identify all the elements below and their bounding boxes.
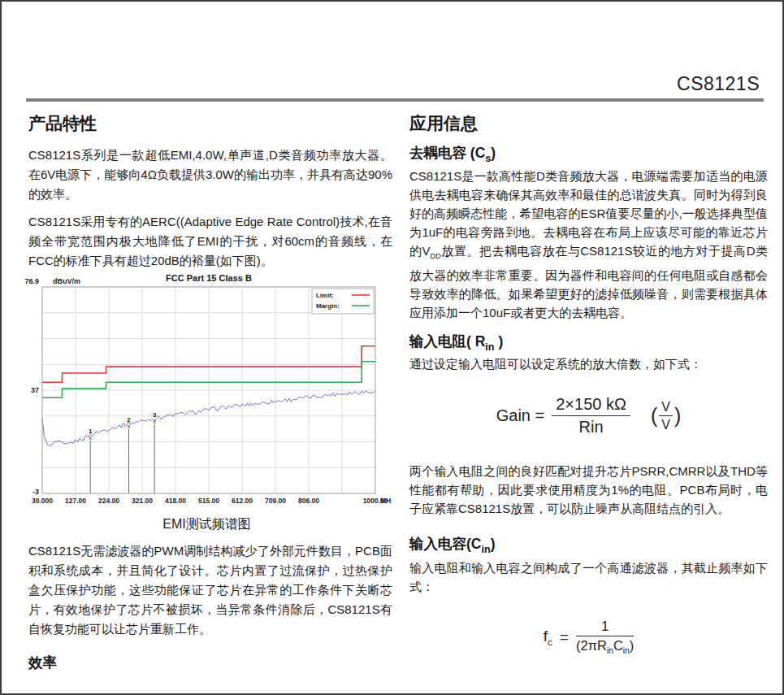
fc-formula-equals: = [560, 628, 569, 646]
legend-label: Limit: [316, 292, 334, 299]
open-paren: ( [651, 404, 657, 428]
emi-chart: x1x2x3FCC Part 15 Class B76.9dBuV/m37-33… [22, 272, 392, 516]
x-axis-unit-label: MHz [380, 497, 392, 505]
gain-formula-numerator: 2×150 kΩ [552, 394, 630, 416]
x-tick-label: 709.00 [265, 497, 286, 505]
fc-formula-numerator: 1 [576, 618, 634, 636]
features-section-title: 产品特性 [28, 112, 392, 135]
x-tick-label: 127.00 [65, 497, 86, 505]
unit-numerator: V [659, 399, 673, 416]
features-paragraph-1: CS8121S系列是一款超低EMI,4.0W,单声道,D类音频功率放大器。在6V… [28, 146, 392, 204]
input-capacitor-heading: 输入电容(Cin) [409, 534, 768, 555]
cutoff-frequency-formula: fc = 1 (2πRinCin) [409, 618, 768, 657]
gain-formula-fraction: 2×150 kΩ Rin [552, 394, 630, 437]
decoupling-cap-heading: 去耦电容 (Cs) [409, 143, 768, 164]
input-resistor-heading: 输入电阻( Rin ) [409, 332, 768, 353]
unit-denominator: V [661, 416, 670, 433]
legend-label: Margin: [316, 302, 340, 310]
datasheet-page: CS8121S 产品特性 CS8121S系列是一款超低EMI,4.0W,单声道,… [0, 0, 784, 695]
features-paragraph-2: CS8121S采用专有的AERC((Adaptive Edge Rate Con… [28, 212, 392, 271]
left-column: 产品特性 CS8121S系列是一款超低EMI,4.0W,单声道,D类音频功率放大… [28, 112, 392, 672]
peak-marker-number: 2 [127, 416, 131, 424]
y-axis-min-label: -3 [32, 488, 39, 496]
x-tick-label: 30.000 [32, 497, 53, 505]
decoupling-cap-paragraph: CS8121S是一款高性能D类音频放大器，电源端需要加适当的电源供电去耦电容来确… [409, 167, 768, 322]
peak-marker-x: x [153, 418, 156, 425]
features-paragraph-3: CS8121S无需滤波器的PWM调制结构减少了外部元件数目，PCB面积和系统成本… [28, 541, 392, 639]
input-capacitor-intro: 输入电阻和输入电容之间构成了一个高通滤波器，其截止频率如下式： [409, 558, 768, 596]
doc-title: CS8121S [677, 73, 760, 95]
application-section-title: 应用信息 [409, 112, 768, 135]
x-tick-label: 224.00 [98, 497, 119, 505]
input-resistor-intro: 通过设定输入电阻可以设定系统的放大倍数，如下式： [409, 354, 768, 373]
peak-marker-x: x [89, 434, 92, 441]
x-tick-label: 418.00 [165, 497, 186, 505]
volts-per-volt-fraction: V V [659, 399, 673, 433]
y-axis-unit-label: dBuV/m [53, 277, 80, 285]
right-column: 应用信息 去耦电容 (Cs) CS8121S是一款高性能D类音频放大器，电源端需… [409, 112, 768, 657]
efficiency-heading: 效率 [28, 653, 392, 672]
resistor-matching-paragraph: 两个输入电阻之间的良好匹配对提升芯片PSRR,CMRR以及THD等性能都有帮助，… [409, 462, 768, 518]
gain-formula-lhs: Gain = [496, 406, 544, 425]
x-tick-label: 806.00 [298, 497, 319, 505]
x-tick-label: 321.00 [132, 497, 153, 505]
emi-chart-svg: x1x2x3FCC Part 15 Class B76.9dBuV/m37-33… [22, 272, 392, 513]
peak-marker-number: 1 [89, 428, 93, 435]
gain-formula-unit: ( V V ) [651, 399, 681, 433]
peak-marker-x: x [128, 423, 131, 430]
header-rule [26, 98, 764, 102]
chart-caption: EMI测试频谱图 [22, 516, 392, 533]
y-axis-mid-label: 37 [31, 386, 39, 394]
y-axis-max-label: 76.9 [24, 277, 39, 285]
peak-marker-number: 3 [153, 411, 157, 419]
fc-formula-denominator: (2πRinCin) [576, 636, 634, 657]
gain-formula-denominator: Rin [579, 416, 604, 437]
x-tick-label: 515.00 [198, 497, 219, 505]
close-paren: ) [674, 404, 681, 428]
x-tick-label: 612.00 [232, 497, 253, 505]
fc-formula-fraction: 1 (2πRinCin) [576, 618, 634, 657]
chart-title: FCC Part 15 Class B [166, 273, 252, 283]
gain-formula: Gain = 2×150 kΩ Rin ( V V ) [409, 394, 768, 437]
fc-formula-lhs: fc [544, 628, 552, 647]
